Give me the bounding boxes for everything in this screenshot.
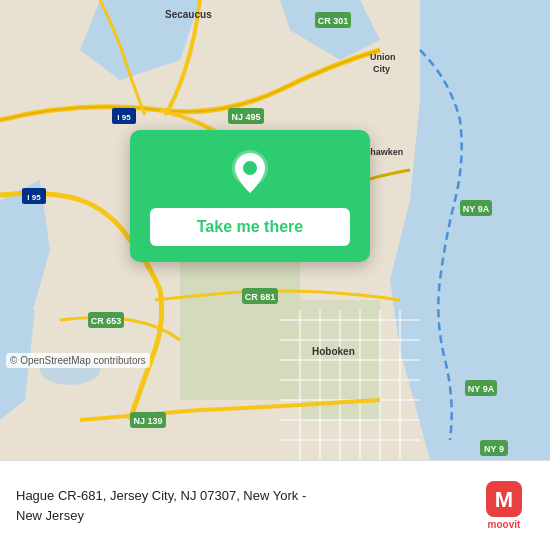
svg-text:Hoboken: Hoboken [312,346,355,357]
svg-text:Union: Union [370,52,396,62]
svg-text:CR 681: CR 681 [245,292,276,302]
moovit-logo[interactable]: M moovit [474,481,534,530]
moovit-icon: M [486,481,522,517]
svg-text:I 95: I 95 [27,193,41,202]
location-pin-icon [225,148,275,198]
svg-text:NY 9A: NY 9A [463,204,490,214]
svg-text:CR 653: CR 653 [91,316,122,326]
svg-text:NY 9A: NY 9A [468,384,495,394]
svg-rect-8 [180,260,300,400]
svg-text:CR 301: CR 301 [318,16,349,26]
popup-card: Take me there [130,130,370,262]
svg-text:Secaucus: Secaucus [165,9,212,20]
svg-text:M: M [495,487,513,512]
svg-text:NJ 139: NJ 139 [133,416,162,426]
svg-text:I 95: I 95 [117,113,131,122]
svg-text:City: City [373,64,390,74]
svg-point-49 [243,161,257,175]
map-container[interactable]: Secaucus Union City Weehawken Hoboken CR… [0,0,550,460]
address-text: Hague CR-681, Jersey City, NJ 07307, New… [16,486,474,525]
take-me-there-button[interactable]: Take me there [150,208,350,246]
moovit-label: moovit [488,519,521,530]
svg-text:NY 9: NY 9 [484,444,504,454]
svg-text:NJ 495: NJ 495 [231,112,260,122]
info-bar: Hague CR-681, Jersey City, NJ 07307, New… [0,460,550,550]
map-attribution: © OpenStreetMap contributors [6,353,150,368]
